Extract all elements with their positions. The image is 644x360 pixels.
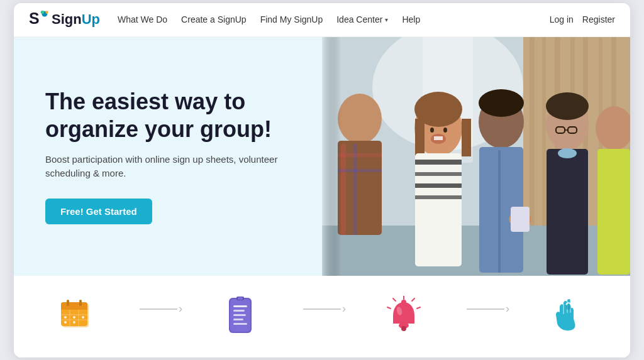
step-4-icon-wrap bbox=[545, 293, 589, 337]
step-1-icon-wrap bbox=[55, 293, 99, 337]
svg-rect-54 bbox=[61, 307, 87, 310]
nav-idea-center-label: Idea Center bbox=[336, 14, 382, 25]
svg-rect-29 bbox=[415, 183, 462, 188]
svg-rect-71 bbox=[233, 319, 243, 320]
svg-rect-25 bbox=[462, 119, 471, 156]
svg-point-61 bbox=[82, 316, 84, 319]
svg-point-36 bbox=[479, 89, 524, 117]
svg-point-80 bbox=[401, 300, 406, 305]
auth-links: Log in Register bbox=[550, 14, 615, 25]
hand-icon bbox=[550, 296, 585, 335]
hero-title: The easiest way to organize your group! bbox=[45, 88, 291, 142]
step-4 bbox=[504, 293, 630, 342]
nav-idea-center[interactable]: Idea Center ▾ bbox=[336, 14, 388, 25]
hero-left: The easiest way to organize your group! … bbox=[14, 37, 322, 276]
svg-rect-19 bbox=[353, 144, 357, 235]
svg-rect-64 bbox=[67, 300, 69, 306]
svg-point-84 bbox=[566, 305, 571, 310]
svg-point-2 bbox=[41, 11, 44, 14]
hero-image bbox=[322, 37, 630, 276]
svg-line-77 bbox=[393, 298, 396, 301]
register-link[interactable]: Register bbox=[582, 14, 615, 25]
svg-line-78 bbox=[417, 307, 420, 308]
svg-line-79 bbox=[387, 307, 391, 308]
step-1 bbox=[14, 293, 140, 342]
svg-rect-72 bbox=[233, 323, 247, 325]
svg-rect-40 bbox=[511, 207, 530, 232]
nav-find-signup[interactable]: Find My SignUp bbox=[260, 14, 323, 25]
svg-point-47 bbox=[558, 148, 577, 158]
svg-rect-24 bbox=[415, 119, 425, 156]
hero-section: The easiest way to organize your group! … bbox=[14, 37, 630, 276]
svg-rect-74 bbox=[238, 297, 243, 300]
svg-rect-30 bbox=[415, 195, 462, 199]
svg-point-60 bbox=[73, 316, 75, 319]
nav-help[interactable]: Help bbox=[402, 14, 420, 25]
svg-line-76 bbox=[412, 298, 414, 301]
svg-point-33 bbox=[430, 128, 434, 133]
svg-rect-69 bbox=[233, 310, 245, 312]
nav-links: What We Do Create a SignUp Find My SignU… bbox=[118, 14, 550, 25]
bottom-steps-section bbox=[14, 276, 630, 357]
login-link[interactable]: Log in bbox=[550, 14, 574, 25]
hero-subtitle: Boost participation with online sign up … bbox=[45, 153, 291, 181]
svg-point-3 bbox=[45, 11, 48, 13]
svg-point-42 bbox=[546, 92, 589, 120]
svg-rect-32 bbox=[434, 136, 443, 140]
svg-point-59 bbox=[64, 316, 67, 319]
nav-what-we-do[interactable]: What We Do bbox=[118, 14, 167, 25]
svg-rect-27 bbox=[415, 160, 462, 165]
svg-rect-26 bbox=[415, 153, 462, 266]
svg-rect-46 bbox=[547, 149, 588, 275]
svg-rect-28 bbox=[415, 172, 462, 176]
logo-text: SignUp bbox=[52, 11, 100, 28]
bell-icon bbox=[386, 296, 422, 335]
svg-point-82 bbox=[401, 326, 406, 331]
svg-rect-65 bbox=[79, 300, 82, 306]
arrow-3 bbox=[467, 308, 504, 310]
svg-point-34 bbox=[443, 128, 447, 133]
svg-rect-49 bbox=[597, 149, 630, 275]
svg-point-16 bbox=[338, 94, 382, 144]
svg-rect-20 bbox=[338, 153, 382, 157]
logo-icon: S bbox=[29, 9, 49, 30]
svg-point-62 bbox=[64, 321, 67, 324]
svg-point-63 bbox=[73, 321, 75, 324]
steps-row bbox=[14, 293, 630, 342]
nav-create-signup[interactable]: Create a SignUp bbox=[181, 14, 247, 25]
navbar: S SignUp What We Do Create a SignUp Find… bbox=[14, 3, 630, 37]
list-icon bbox=[224, 297, 257, 334]
svg-rect-70 bbox=[233, 314, 246, 316]
calendar-icon bbox=[58, 297, 95, 334]
svg-rect-50 bbox=[322, 37, 341, 276]
svg-text:S: S bbox=[29, 9, 40, 27]
cta-button[interactable]: Free! Get Started bbox=[45, 199, 152, 224]
step-3 bbox=[341, 293, 467, 342]
svg-rect-38 bbox=[498, 150, 501, 273]
idea-center-chevron-icon: ▾ bbox=[385, 16, 388, 23]
svg-rect-18 bbox=[341, 144, 346, 235]
step-2-icon-wrap bbox=[218, 293, 262, 337]
arrow-1 bbox=[140, 308, 177, 310]
logo[interactable]: S SignUp bbox=[29, 9, 100, 30]
step-3-icon-wrap bbox=[382, 293, 426, 337]
arrow-2 bbox=[303, 308, 341, 310]
hero-right bbox=[322, 37, 630, 276]
step-2 bbox=[177, 293, 303, 342]
svg-rect-21 bbox=[338, 169, 382, 172]
svg-rect-68 bbox=[233, 305, 247, 307]
page-wrapper: S SignUp What We Do Create a SignUp Find… bbox=[14, 3, 630, 357]
